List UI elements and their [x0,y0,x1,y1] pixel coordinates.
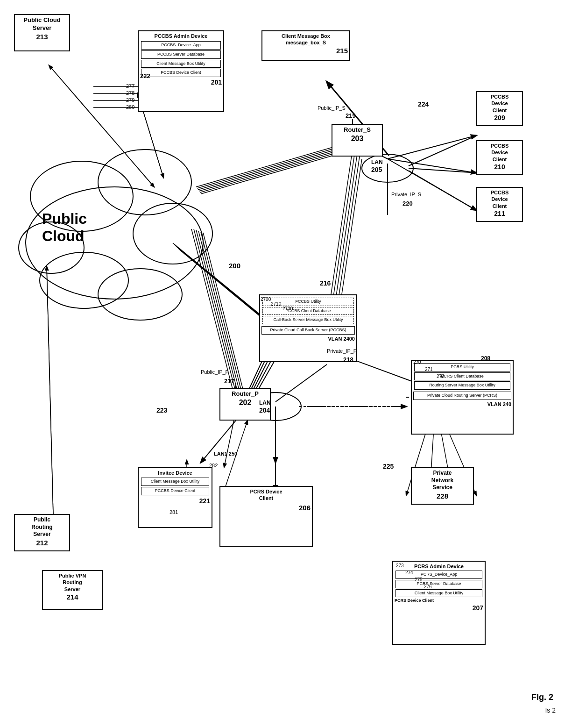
label-280: 280 [126,104,134,110]
pcrs-dc-207-number: 207 [395,604,483,612]
public-vpn-routing-server-box: Public VPNRoutingServer 214 [42,570,103,610]
pccbs-dc-210-label: PCCBSDeviceClient [479,143,521,163]
client-message-box-s-box: Client Message Boxmessage_box_S 215 [261,30,350,61]
pcrs-server-db-inner: PCRS Server Database [395,580,482,588]
label-282: 282 [209,463,218,468]
pcrs-vlan-number: VLAN 240 [413,401,511,407]
pccbs-client-db-inner: PCCBS Client Database [262,307,354,315]
label-private-ip-p: Private_IP_P [327,348,357,354]
svg-point-4 [40,252,128,308]
private-network-service-label: PrivateNetworkService [413,470,472,492]
pccbs-device-client-209: PCCBSDeviceClient 209 [476,91,523,126]
svg-line-15 [388,159,476,173]
label-217: 217 [224,378,234,385]
label-273: 273 [396,563,404,568]
pcrs-device-client-206-box: PCRS DeviceClient 206 [219,486,313,547]
pccbs-dc-210-number: 210 [479,163,521,171]
invitee-device-number: 221 [140,497,210,505]
svg-line-68 [198,148,343,190]
pccbs-dc-209-label: PCCBSDeviceClient [479,93,521,114]
private-network-service-number: 228 [413,492,472,501]
svg-point-5 [98,269,182,320]
label-224: 224 [418,100,429,108]
client-msg-box-utility-inner: Client Message Box Utility [141,478,209,486]
lan-204-number: 204 [259,407,270,414]
pccbs-vlan-number: VLAN 2400 [261,335,355,342]
router-p-label: Router_P [222,390,268,398]
pcrs-client-db-inner: PCRS Client Database [414,372,510,381]
label-278: 278 [126,90,134,96]
svg-line-71 [201,152,346,194]
label-public-ip-s: Public_IP_S [318,105,346,111]
pccbs-dc-211-label: PCCBSDeviceClient [479,189,521,209]
label-281: 281 [169,509,178,515]
svg-line-12 [47,266,54,533]
pccbs-admin-device-label: PCCBS Admin Device [140,33,222,39]
router-s-box: Router_S 203 [332,124,383,157]
pccbs-dc-209-number: 209 [479,114,521,122]
client-message-box-s-label: Client Message Boxmessage_box_S [264,33,348,46]
svg-line-66 [196,145,341,187]
public-routing-server-label: PublicRoutingServer [16,516,68,538]
label-220: 220 [402,200,413,207]
svg-point-6 [19,222,84,273]
label-275: 275 [415,577,423,582]
label-public-ip-p: Public_IP_P [201,369,229,375]
callback-server-msg-box-inner: Call-Back Server Message Box Utility [262,316,354,324]
svg-point-2 [98,150,191,215]
public-vpn-label: Public VPNRoutingServer [44,572,100,592]
pcrs-dc-207-title: PCRS Admin Device [395,563,483,570]
public-routing-server-box: PublicRoutingServer 212 [14,514,70,551]
pccbs-full-label-inner: Private Cloud Call Back Server (PCCBS) [261,326,355,335]
lan-205-label: LAN [371,159,383,165]
diagram-container: Public Cloud Server 213 PublicRoutingSer… [0,0,579,728]
public-cloud-server-number: 213 [16,32,68,42]
pccbs-server-db-inner: PCCBS Server Database [141,50,221,59]
label-272: 272 [437,374,445,379]
pccbs-device-app-inner: PCCBS_Device_App [141,41,221,50]
pccbs-device-client-210: PCCBSDeviceClient 210 [476,140,523,175]
label-279: 279 [126,97,134,103]
svg-line-67 [197,146,342,188]
pccbs-dc-211-number: 211 [479,209,521,218]
label-2710: 2710 [271,301,281,307]
pcrs-dc-206-label: PCRS DeviceClient [222,488,311,502]
pccbs-admin-device-box: PCCBS Admin Device PCCBS_Device_App PCCB… [138,30,224,112]
pcrs-dc-207-label: PCRS Device Client [395,598,483,604]
public-routing-server-number: 212 [16,538,68,548]
lan-204-label: LAN [259,400,271,406]
label-2720: 2720 [282,306,293,311]
pccbs-device-client-211: PCCBSDeviceClient 211 [476,187,523,222]
label-223: 223 [156,407,167,414]
svg-line-60 [191,229,233,393]
pcrs-dc-206-number: 206 [299,503,311,513]
label-2700: 2700 [261,297,271,302]
client-message-box-s-number: 215 [264,46,348,56]
label-216: 216 [320,279,331,287]
lan1-250-label: LAN1 250 [214,451,237,457]
label-222: 222 [140,72,150,79]
private-network-service-box: PrivateNetworkService 228 [411,467,474,505]
label-200: 200 [229,262,240,270]
public-vpn-number: 214 [44,592,100,602]
invitee-device-box: Invitee Device Client Message Box Utilit… [138,467,212,528]
label-274: 274 [405,570,413,575]
svg-point-1 [30,161,133,231]
label-218: 218 [343,356,353,363]
svg-line-61 [194,229,236,393]
public-cloud-server-box: Public Cloud Server 213 [14,14,70,51]
svg-line-55 [409,168,476,173]
svg-line-69 [199,149,344,191]
lan-205-number: 205 [371,166,382,173]
svg-line-70 [200,150,345,193]
pccbs-admin-number: 201 [140,78,222,86]
svg-line-14 [388,136,476,159]
public-cloud-server-label: Public Cloud Server [16,16,68,32]
label-private-ip-s: Private_IP_S [391,192,421,197]
svg-line-54 [409,136,476,166]
invitee-device-label: Invitee Device [140,470,210,476]
label-270: 270 [413,360,421,365]
label-225: 225 [383,463,394,470]
svg-line-16 [388,159,476,210]
svg-point-3 [133,203,212,264]
